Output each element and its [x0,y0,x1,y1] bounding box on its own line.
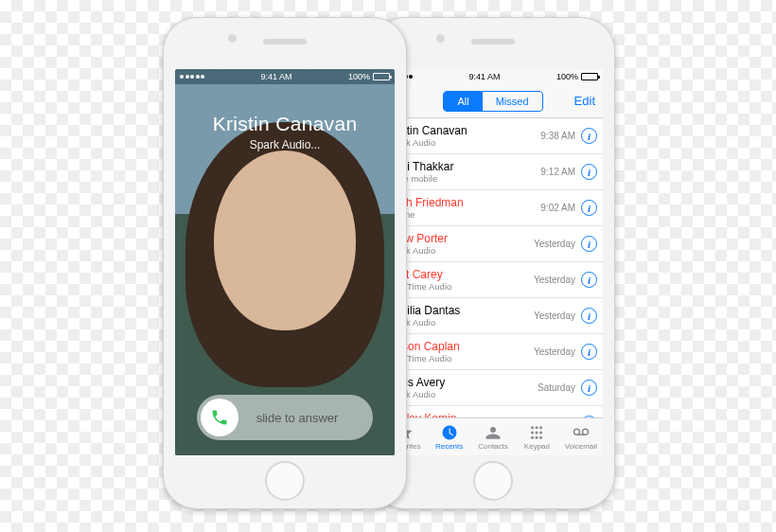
caller-photo: Kristin Canavan Spark Audio... slide to … [175,84,395,455]
recents-sub: iPhone [387,209,540,220]
recents-row[interactable]: Matt CareyFaceTime AudioYesterdayi [383,262,603,298]
recents-time: Yesterday [534,346,575,357]
info-icon[interactable]: i [581,236,597,252]
svg-point-2 [539,426,542,429]
recents-row[interactable]: Chris AverySpark AudioSaturdayi [383,370,603,406]
svg-point-4 [536,431,538,434]
svg-point-6 [531,435,534,438]
recents-row[interactable]: Zach FriedmaniPhone9:02 AMi [383,190,603,226]
recents-name: Allison Caplan [387,340,534,353]
slide-label: slide to answer [238,411,369,425]
info-icon[interactable]: i [581,200,597,216]
recents-name: Chris Avery [387,376,538,389]
tab-label: Voicemail [565,442,597,451]
caller-source: Spark Audio... [175,138,395,151]
tab-label: Keypad [524,442,550,451]
svg-point-1 [536,426,538,429]
recents-sub: FaceTime Audio [387,281,534,292]
svg-point-7 [536,435,538,438]
info-icon[interactable]: i [581,128,597,144]
status-bar: 9:41 AM 100% [175,69,395,84]
recents-row[interactable]: Allison CaplanFaceTime AudioYesterdayi [383,334,603,370]
tab-contacts[interactable]: Contacts [471,418,515,455]
tab-voicemail[interactable]: Voicemail [559,418,603,455]
status-time: 9:41 AM [260,72,291,81]
info-icon[interactable]: i [581,164,597,180]
recents-name: Matt Carey [387,268,534,281]
svg-point-0 [531,426,534,429]
info-icon[interactable]: i [581,380,597,396]
recents-row[interactable]: Kristin CanavanSpark Audio9:38 AMi [383,118,603,154]
tab-label: Recents [435,442,463,451]
battery-icon: 100% [348,72,390,81]
tab-bar: FavoritesRecentsContactsKeypadVoicemail [383,417,603,455]
tab-recents[interactable]: Recents [427,418,470,455]
recents-sub: Spark Audio [387,137,540,148]
segment-missed[interactable]: Missed [483,92,542,111]
signal-icon [180,75,204,79]
screen-recents: 9:41 AM 100% All Missed Edit Kristin Can… [383,69,603,455]
slide-to-answer[interactable]: slide to answer [197,395,373,440]
recents-time: Yesterday [534,275,575,285]
phone-recents: 9:41 AM 100% All Missed Edit Kristin Can… [371,17,615,509]
svg-point-5 [539,431,542,434]
recents-time: 9:12 AM [540,167,575,177]
caller-name: Kristin Canavan [175,113,395,135]
recents-row[interactable]: Cecilia DantasSpark AudioYesterdayi [383,298,603,334]
home-button[interactable] [473,461,513,501]
recents-time: Yesterday [534,310,575,321]
recents-time: 9:38 AM [540,131,575,141]
recents-name: Zach Friedman [387,196,540,209]
recents-time: 9:02 AM [540,203,575,213]
recents-sub: Spark Audio [387,245,534,256]
recents-list[interactable]: Kristin CanavanSpark Audio9:38 AMiRavi T… [383,118,603,417]
screen-incoming: 9:41 AM 100% Kristin Canavan Spark Audio… [175,69,395,455]
recents-row[interactable]: Drew PorterSpark AudioYesterdayi [383,226,603,262]
recents-name: Cecilia Dantas [387,304,534,317]
svg-point-3 [531,431,534,434]
recents-name: Ravi Thakkar [387,160,540,173]
tab-keypad[interactable]: Keypad [515,418,558,455]
answer-icon [201,399,238,436]
tab-label: Contacts [478,442,508,451]
info-icon[interactable]: i [581,308,597,324]
recents-sub: Spark Audio [387,317,534,328]
recents-time: Saturday [538,382,575,393]
recents-row[interactable]: Ravi Thakkaroffice mobile9:12 AMi [383,154,603,190]
recents-name: Kristin Canavan [387,124,540,137]
recents-row[interactable]: Ashley KaminSpark AudioSaturdayi [383,406,603,417]
status-time: 9:41 AM [468,72,500,81]
svg-point-8 [539,435,542,438]
edit-button[interactable]: Edit [574,94,595,108]
recents-sub: Spark Audio [387,389,538,399]
recents-sub: office mobile [387,173,540,184]
recents-sub: FaceTime Audio [387,353,534,364]
status-bar: 9:41 AM 100% [383,69,603,84]
recents-time: Yesterday [534,239,575,249]
recents-header: All Missed Edit [383,84,603,118]
phone-incoming-call: 9:41 AM 100% Kristin Canavan Spark Audio… [163,17,407,509]
segment-control[interactable]: All Missed [443,91,542,112]
home-button[interactable] [265,461,305,501]
battery-icon: 100% [556,72,598,81]
recents-name: Drew Porter [387,232,534,245]
info-icon[interactable]: i [581,272,597,288]
segment-all[interactable]: All [444,92,482,111]
info-icon[interactable]: i [581,344,597,360]
